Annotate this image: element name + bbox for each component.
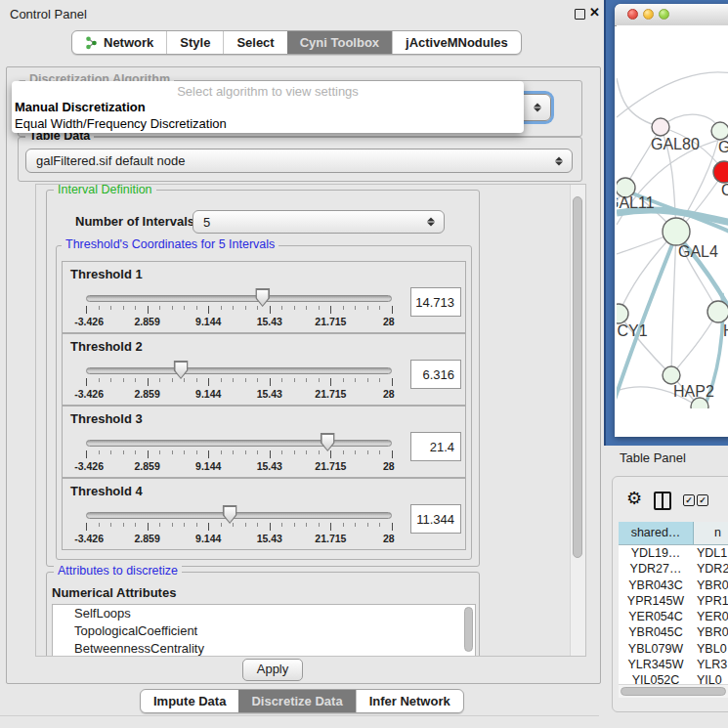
node-label: GAL80 — [651, 136, 700, 152]
slider-thumb[interactable] — [174, 361, 189, 379]
dropdown-prompt[interactable]: Select algorithm to view settings — [12, 84, 524, 99]
checkbox-icon[interactable]: ✓ — [697, 494, 708, 506]
tab-select[interactable]: Select — [223, 31, 286, 54]
combo-arrows-icon — [555, 156, 563, 165]
threshold-row: Threshold 2 -3.426 2.859 9.144 15.43 21.… — [62, 333, 466, 406]
node-hap2 — [663, 366, 680, 384]
threshold-row: Threshold 1 -3.426 2.859 9.144 15.43 21.… — [62, 261, 466, 333]
slider-track[interactable] — [86, 295, 392, 302]
tab-style[interactable]: Style — [166, 31, 223, 54]
table-row[interactable]: YDL19… YDL1 — [619, 545, 728, 561]
num-intervals-value: 5 — [203, 215, 210, 230]
table-row[interactable]: YBR043C YBR0 — [619, 578, 728, 593]
settings-scrollpane: Interval Definition Number of Intervals … — [35, 184, 586, 657]
minimize-traffic-light-icon[interactable] — [643, 9, 654, 20]
threshold-value-field[interactable]: 21.4 — [410, 432, 461, 461]
dropdown-option-manual[interactable]: Manual Discretization — [15, 100, 146, 114]
node-label: GCY1 — [617, 322, 648, 339]
settings-scrollbar-thumb[interactable] — [573, 196, 582, 558]
node-label: G. — [718, 139, 728, 155]
checkbox-icon[interactable]: ✓ — [683, 494, 695, 506]
settings-scrollbar-track[interactable] — [570, 185, 585, 656]
table-row[interactable]: YLR345W YLR3 — [619, 657, 728, 672]
gear-icon[interactable]: ⚙ — [626, 490, 642, 507]
tab-cyni-toolbox[interactable]: Cyni Toolbox — [287, 31, 392, 54]
threshold-value-field[interactable]: 6.316 — [410, 360, 461, 389]
network-canvas[interactable]: GAL80 G. GAL11 C GAL4 GCY1 H HAP2 — [617, 25, 728, 408]
combo-arrows-icon — [427, 218, 435, 227]
app-root: Control Panel ✕ Network Style Select Cyn… — [0, 0, 728, 728]
tab-impute-data[interactable]: Impute Data — [141, 690, 238, 712]
threshold-value-field[interactable]: 11.344 — [410, 504, 461, 534]
numerical-attributes-label: Numerical Attributes — [52, 585, 176, 600]
close-icon[interactable]: ✕ — [589, 5, 600, 20]
dropdown-option-equal-width[interactable]: Equal Width/Frequency Discretization — [15, 116, 227, 131]
node-label: GAL4 — [678, 243, 718, 260]
threshold-slider[interactable]: -3.426 2.859 9.144 15.43 21.715 28 — [86, 334, 392, 405]
threshold-slider[interactable]: -3.426 2.859 9.144 15.43 21.715 28 — [86, 407, 392, 477]
table-data-combobox[interactable]: galFiltered.sif default node — [25, 149, 573, 173]
table-row[interactable]: YPR145W YPR1 — [619, 593, 728, 609]
threshold-value-field[interactable]: 14.713 — [410, 287, 461, 317]
node-g — [711, 122, 728, 140]
list-item[interactable]: BetweennessCentrality — [53, 640, 475, 657]
column-header-name[interactable]: n — [694, 522, 728, 544]
split-view-icon[interactable] — [654, 492, 671, 510]
table-panel: ⚙ ✓ ✓ shared… n YDL19… YDL1 YDR27… YDR2 … — [612, 476, 728, 712]
table-row[interactable]: YDR27… YDR2 — [619, 561, 728, 577]
threshold-row: Threshold 4 -3.426 2.859 9.144 15.43 21.… — [62, 478, 466, 550]
attributes-group-label: Attributes to discretize — [54, 565, 182, 578]
network-graph: GAL80 G. GAL11 C GAL4 GCY1 H HAP2 — [617, 25, 728, 408]
slider-major-ticks — [86, 378, 393, 386]
table-hscrollbar-thumb[interactable] — [621, 687, 726, 696]
apply-button[interactable]: Apply — [242, 659, 303, 681]
combo-arrows-icon — [534, 104, 541, 112]
table-hscrollbar-track[interactable] — [619, 684, 728, 698]
slider-thumb[interactable] — [255, 288, 270, 307]
panel-bottom-divider — [0, 715, 599, 716]
node-attribute-table: shared… n YDL19… YDL1 YDR27… YDR2 YBR043… — [619, 522, 728, 698]
tab-discretize-data[interactable]: Discretize Data — [238, 690, 355, 712]
zoom-traffic-light-icon[interactable] — [659, 9, 669, 20]
column-header-shared-name[interactable]: shared… — [619, 522, 694, 544]
attributes-list-scrollbar[interactable] — [464, 607, 473, 652]
network-icon — [85, 36, 98, 50]
slider-thumb[interactable] — [321, 433, 335, 451]
node-label: H — [723, 322, 728, 339]
num-intervals-combobox[interactable]: 5 — [193, 210, 445, 234]
network-window-titlebar[interactable] — [615, 4, 728, 26]
table-header-row: shared… n — [619, 522, 728, 545]
slider-track[interactable] — [86, 440, 392, 447]
num-intervals-label: Number of Intervals — [75, 214, 194, 229]
threshold-slider[interactable]: -3.426 2.859 9.144 15.43 21.715 28 — [86, 262, 392, 332]
tab-infer-network[interactable]: Infer Network — [356, 690, 463, 712]
table-row[interactable]: YBL079W YBL0 — [619, 641, 728, 657]
table-panel-title: Table Panel — [620, 450, 686, 465]
node-label: GAL11 — [617, 194, 655, 211]
node-h — [707, 301, 728, 322]
network-window: GAL80 G. GAL11 C GAL4 GCY1 H HAP2 — [615, 4, 728, 437]
list-item[interactable]: SelfLoops — [53, 605, 475, 622]
float-icon[interactable] — [575, 9, 585, 20]
list-item[interactable]: TopologicalCoefficient — [53, 622, 475, 640]
table-data-value: galFiltered.sif default node — [36, 153, 185, 168]
slider-thumb[interactable] — [223, 505, 237, 524]
threshold-row: Threshold 3 -3.426 2.859 9.144 15.43 21.… — [62, 406, 466, 478]
bottom-tabbar: Impute Data Discretize Data Infer Networ… — [140, 689, 464, 713]
node-gal4 — [663, 218, 690, 245]
threshold-slider[interactable]: -3.426 2.859 9.144 15.43 21.715 28 — [86, 479, 392, 549]
slider-major-ticks — [86, 523, 393, 531]
slider-major-ticks — [86, 306, 393, 314]
tab-jactivemnodules[interactable]: jActiveMNodules — [392, 31, 521, 54]
close-traffic-light-icon[interactable] — [627, 9, 638, 20]
node-label: HAP2 — [673, 383, 714, 400]
node-gal80 — [652, 118, 669, 136]
slider-track[interactable] — [86, 512, 392, 519]
table-row[interactable]: YBR045C YBR0 — [619, 624, 728, 640]
thresholds-group-label: Threshold's Coordinates for 5 Intervals — [62, 238, 278, 251]
slider-track[interactable] — [86, 367, 392, 374]
table-row[interactable]: YER054C YER0 — [619, 609, 728, 624]
node-red — [713, 161, 728, 183]
toolbox-tabbar: Network Style Select Cyni Toolbox jActiv… — [71, 30, 522, 55]
tab-network[interactable]: Network — [72, 31, 166, 54]
